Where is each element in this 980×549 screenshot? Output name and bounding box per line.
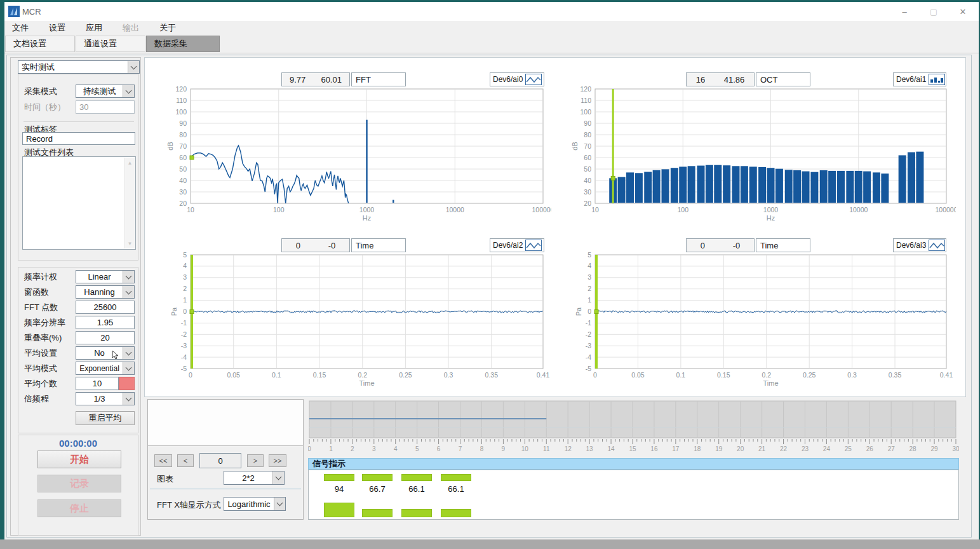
chart-layout-label: 图表 — [157, 473, 173, 485]
svg-text:110: 110 — [176, 97, 187, 104]
svg-text:0.25: 0.25 — [399, 371, 412, 379]
pager-first-button[interactable]: << — [154, 454, 172, 467]
svg-text:10000: 10000 — [446, 206, 464, 214]
menu-application[interactable]: 应用 — [78, 21, 110, 35]
svg-text:40: 40 — [179, 177, 187, 184]
svg-text:100000: 100000 — [532, 206, 551, 214]
menu-settings[interactable]: 设置 — [41, 21, 73, 35]
average-count-input[interactable] — [76, 377, 119, 390]
window-func-select[interactable]: Hanning — [76, 285, 135, 299]
restart-average-button[interactable]: 重启平均 — [76, 411, 135, 425]
chevron-down-icon[interactable] — [123, 362, 134, 374]
menu-about[interactable]: 关于 — [152, 21, 184, 35]
scroll-up-icon[interactable]: ▲ — [125, 158, 135, 168]
test-mode-value: 实时测试 — [18, 61, 128, 73]
window-border-left — [0, 0, 4, 539]
time3-channel-box[interactable]: Dev6/ai3 — [893, 238, 946, 252]
svg-text:0.2: 0.2 — [358, 371, 367, 379]
tab-document-settings[interactable]: 文档设置 — [5, 36, 75, 52]
chevron-down-icon[interactable] — [123, 271, 134, 283]
start-button[interactable]: 开始 — [37, 451, 121, 468]
svg-text:dB: dB — [166, 142, 174, 150]
svg-text:27: 27 — [888, 445, 896, 452]
tab-data-acquisition[interactable]: 数据采集 — [146, 36, 220, 52]
maximize-button[interactable]: ▢ — [919, 2, 948, 21]
minimize-button[interactable]: – — [890, 2, 919, 21]
chevron-down-icon[interactable] — [123, 393, 134, 405]
freq-resolution-input[interactable] — [76, 316, 135, 329]
chevron-down-icon[interactable] — [123, 347, 134, 359]
fft-points-input[interactable] — [76, 301, 135, 314]
time2-channel-box[interactable]: Dev6/ai2 — [490, 238, 544, 252]
pager-next-button[interactable]: > — [247, 454, 264, 467]
svg-text:0.1: 0.1 — [272, 371, 281, 379]
elapsed-timer: 00:00:00 — [18, 438, 138, 449]
octave-select[interactable]: 1/3 — [76, 392, 135, 405]
test-tag-input[interactable] — [22, 132, 135, 145]
chevron-down-icon[interactable] — [128, 61, 139, 73]
svg-text:1000: 1000 — [359, 206, 375, 214]
overlap-input[interactable] — [76, 331, 135, 344]
svg-text:20: 20 — [737, 445, 744, 452]
test-mode-select[interactable]: 实时测试 — [18, 60, 140, 74]
svg-text:0.2: 0.2 — [762, 371, 771, 379]
menu-file[interactable]: 文件 — [4, 21, 36, 35]
chevron-down-icon[interactable] — [274, 498, 285, 510]
freq-weighting-label: 频率计权 — [24, 271, 57, 283]
pager-last-button[interactable]: >> — [269, 454, 286, 467]
bar-chart-icon — [929, 74, 945, 85]
oct-chart-title: OCT — [756, 72, 810, 86]
oct-cursor-readout: 16 41.86 — [686, 72, 755, 86]
time2-chart-plot[interactable]: -5-4-3-2-101234500.050.10.150.20.250.30.… — [151, 251, 551, 394]
fft-cursor-readout: 9.77 60.01 — [281, 72, 350, 86]
freq-weighting-select[interactable]: Linear — [76, 270, 135, 283]
oct-cursor-y: 41.86 — [724, 75, 745, 85]
title-bar: MCR – ▢ ✕ — [4, 2, 979, 21]
average-mode-select[interactable]: Exponential — [76, 362, 135, 375]
pager-value[interactable]: 0 — [199, 453, 241, 468]
time3-chart-plot[interactable]: -5-4-3-2-101234500.050.10.150.20.250.30.… — [556, 251, 956, 394]
svg-text:6: 6 — [437, 445, 441, 452]
record-timeline-strip[interactable]: 0123456789101112131415161718192021222324… — [308, 400, 959, 454]
chart-layout-select[interactable]: 2*2 — [224, 471, 285, 485]
fft-channel-label: Dev6/ai0 — [493, 75, 523, 84]
svg-text:30: 30 — [584, 188, 591, 196]
fft-chart-plot[interactable]: 2030405060708090100110120101001000100001… — [151, 85, 551, 230]
acquisition-mode-select[interactable]: 持续测试 — [76, 85, 135, 98]
tab-channel-settings[interactable]: 通道设置 — [76, 36, 145, 52]
svg-text:0.1: 0.1 — [676, 371, 686, 379]
svg-text:30: 30 — [179, 188, 187, 196]
svg-text:-2: -2 — [586, 330, 591, 338]
svg-text:0.3: 0.3 — [444, 371, 453, 379]
svg-text:3: 3 — [183, 273, 187, 281]
chevron-down-icon[interactable] — [123, 286, 134, 298]
svg-text:0.3: 0.3 — [847, 371, 857, 379]
svg-text:Hz: Hz — [363, 214, 371, 222]
svg-text:80: 80 — [179, 131, 187, 139]
svg-text:7: 7 — [459, 445, 462, 452]
fft-channel-box[interactable]: Dev6/ai0 — [490, 72, 544, 86]
svg-text:4: 4 — [183, 262, 187, 269]
average-setting-select[interactable]: No — [76, 346, 135, 360]
svg-text:2: 2 — [183, 285, 187, 292]
listbox-scrollbar[interactable]: ▲ ▼ — [124, 158, 135, 248]
chevron-down-icon[interactable] — [272, 471, 284, 484]
oct-chart-plot[interactable]: 2030405060708090100110120101001000100001… — [556, 85, 956, 230]
svg-text:29: 29 — [931, 445, 939, 452]
mouse-cursor — [112, 350, 120, 360]
fft-xaxis-mode-select[interactable]: Logarithmic — [224, 497, 286, 511]
scroll-down-icon[interactable]: ▼ — [125, 238, 135, 248]
svg-text:5: 5 — [183, 251, 187, 259]
chevron-down-icon[interactable] — [123, 85, 134, 97]
app-logo-icon — [8, 6, 20, 17]
oct-channel-box[interactable]: Dev6/ai1 — [893, 72, 946, 86]
svg-text:19: 19 — [715, 445, 723, 452]
run-control-group: 00:00:00 开始 记录 停止 — [18, 435, 138, 536]
test-file-list[interactable]: ▲ ▼ — [22, 156, 136, 250]
acquisition-mode-value: 持续测试 — [76, 85, 123, 97]
close-button[interactable]: ✕ — [948, 2, 977, 21]
signal-status-bar — [401, 509, 432, 517]
chart-layout-value: 2*2 — [224, 471, 272, 484]
pager-prev-button[interactable]: < — [177, 454, 194, 467]
svg-text:18: 18 — [694, 445, 701, 452]
